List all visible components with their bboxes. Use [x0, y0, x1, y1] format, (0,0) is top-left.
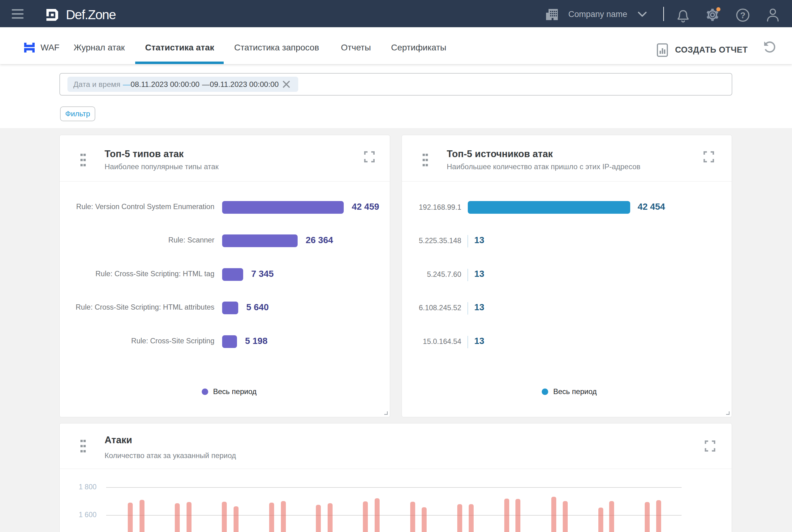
svg-text:?: ? — [740, 11, 745, 20]
